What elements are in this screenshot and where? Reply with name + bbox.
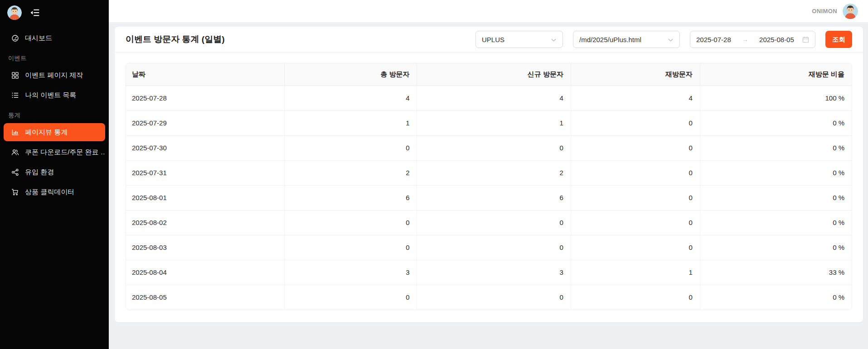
sidebar-item-pageview-stats[interactable]: 페이지뷰 통계: [4, 123, 105, 141]
visitor-stats-table: 날짜 총 방문자 신규 방문자 재방문자 재방문 비율 2025-07-2844…: [126, 63, 852, 310]
cart-icon: [11, 188, 19, 196]
filter-bar: UPLUS /md/2025/uPlus.html 2025-07-28: [475, 31, 852, 48]
sidebar-item-label: 이벤트 페이지 제작: [25, 71, 83, 80]
sidebar-item-my-event-list[interactable]: 나의 이벤트 목록: [4, 86, 105, 104]
sidebar-item-inflow-env[interactable]: 유입 환경: [4, 163, 105, 181]
value-cell: 2: [417, 160, 571, 185]
sidebar-item-label: 나의 이벤트 목록: [25, 91, 76, 100]
value-cell: 0: [417, 135, 571, 160]
value-cell: 1: [571, 260, 700, 285]
value-cell: 0: [571, 285, 700, 310]
value-cell: 0: [571, 110, 700, 135]
col-new-visitors: 신규 방문자: [417, 63, 571, 86]
card-body: 날짜 총 방문자 신규 방문자 재방문자 재방문 비율 2025-07-2844…: [115, 53, 863, 322]
sidebar-section-stats: 통계: [4, 106, 105, 123]
value-cell: 4: [417, 86, 571, 110]
event-select[interactable]: UPLUS: [475, 31, 563, 48]
topbar-avatar[interactable]: [843, 4, 858, 19]
value-cell: 4: [571, 86, 700, 110]
calendar-icon: [802, 36, 809, 43]
value-cell: 0 %: [700, 135, 852, 160]
search-button[interactable]: 조회: [825, 31, 852, 48]
value-cell: 0: [417, 235, 571, 260]
value-cell: 3: [284, 260, 417, 285]
date-range-picker[interactable]: 2025-07-28 → 2025-08-05: [690, 31, 815, 48]
value-cell: 0: [571, 235, 700, 260]
date-cell: 2025-07-28: [126, 86, 284, 110]
table-body: 2025-07-28444100 %2025-07-291100 %2025-0…: [126, 86, 852, 310]
sidebar-item-label: 페이지뷰 통계: [25, 128, 68, 137]
event-select-value: UPLUS: [482, 36, 504, 43]
value-cell: 0: [417, 285, 571, 310]
date-cell: 2025-07-29: [126, 110, 284, 135]
table-row: 2025-08-030000 %: [126, 235, 852, 260]
value-cell: 100 %: [700, 86, 852, 110]
table-row: 2025-07-291100 %: [126, 110, 852, 135]
date-cell: 2025-08-05: [126, 285, 284, 310]
col-return-rate: 재방문 비율: [700, 63, 852, 86]
table-row: 2025-07-28444100 %: [126, 86, 852, 110]
value-cell: 1: [284, 110, 417, 135]
sidebar-section-events: 이벤트: [4, 49, 105, 66]
stats-card: 이벤트 방문자 통계 (일별) UPLUS /md/2025/uPlus.htm…: [115, 27, 863, 322]
value-cell: 2: [284, 160, 417, 185]
sidebar-header: [0, 0, 109, 25]
value-cell: 0: [571, 185, 700, 210]
content: 이벤트 방문자 통계 (일별) UPLUS /md/2025/uPlus.htm…: [109, 22, 868, 322]
page-title: 이벤트 방문자 통계 (일별): [126, 33, 225, 45]
table-header-row: 날짜 총 방문자 신규 방문자 재방문자 재방문 비율: [126, 63, 852, 86]
value-cell: 3: [417, 260, 571, 285]
value-cell: 0: [284, 285, 417, 310]
sidebar-item-dashboard[interactable]: 대시보드: [4, 29, 105, 47]
table-row: 2025-08-0433133 %: [126, 260, 852, 285]
sidebar-avatar[interactable]: [7, 5, 22, 20]
value-cell: 0: [284, 135, 417, 160]
bar-chart-icon: [11, 129, 19, 136]
sidebar-item-event-page-create[interactable]: 이벤트 페이지 제작: [4, 66, 105, 84]
sidebar: 대시보드 이벤트 이벤트 페이지 제작: [0, 0, 109, 349]
value-cell: 0: [571, 160, 700, 185]
value-cell: 0: [284, 210, 417, 235]
username-label: ONIMON: [812, 8, 837, 14]
sidebar-menu: 대시보드 이벤트 이벤트 페이지 제작: [0, 25, 109, 203]
value-cell: 0: [571, 135, 700, 160]
sidebar-item-label: 쿠폰 다운로드/주문 완료 …: [25, 148, 105, 157]
card-header: 이벤트 방문자 통계 (일별) UPLUS /md/2025/uPlus.htm…: [115, 27, 863, 53]
page-select-value: /md/2025/uPlus.html: [579, 36, 641, 43]
sidebar-item-label: 대시보드: [25, 34, 52, 43]
date-cell: 2025-08-03: [126, 235, 284, 260]
value-cell: 6: [284, 185, 417, 210]
sidebar-item-product-click-data[interactable]: 상품 클릭데이터: [4, 183, 105, 201]
value-cell: 0 %: [700, 285, 852, 310]
value-cell: 0 %: [700, 235, 852, 260]
value-cell: 6: [417, 185, 571, 210]
date-cell: 2025-08-04: [126, 260, 284, 285]
value-cell: 4: [284, 86, 417, 110]
list-icon: [11, 91, 19, 99]
value-cell: 33 %: [700, 260, 852, 285]
share-icon: [11, 168, 19, 176]
date-end-value: 2025-08-05: [759, 36, 794, 43]
main-area: ONIMON 이벤트 방문자 통계 (일별) UPLUS /md/2025/uP…: [109, 0, 868, 349]
team-icon: [11, 148, 19, 156]
col-returning-visitors: 재방문자: [571, 63, 700, 86]
arrow-right-icon: →: [739, 36, 751, 43]
col-total-visitors: 총 방문자: [284, 63, 417, 86]
value-cell: 0: [571, 210, 700, 235]
date-cell: 2025-08-01: [126, 185, 284, 210]
sidebar-item-coupon-order-stats[interactable]: 쿠폰 다운로드/주문 완료 …: [4, 143, 105, 161]
value-cell: 0 %: [700, 110, 852, 135]
chevron-down-icon: [668, 37, 674, 43]
value-cell: 1: [417, 110, 571, 135]
value-cell: 0 %: [700, 185, 852, 210]
date-cell: 2025-08-02: [126, 210, 284, 235]
sidebar-item-label: 상품 클릭데이터: [25, 188, 74, 196]
table-row: 2025-07-300000 %: [126, 135, 852, 160]
value-cell: 0: [284, 235, 417, 260]
chevron-down-icon: [551, 37, 557, 43]
page-select[interactable]: /md/2025/uPlus.html: [573, 31, 680, 48]
col-date: 날짜: [126, 63, 284, 86]
menu-fold-icon[interactable]: [30, 8, 40, 18]
value-cell: 0 %: [700, 160, 852, 185]
table-row: 2025-08-050000 %: [126, 285, 852, 310]
